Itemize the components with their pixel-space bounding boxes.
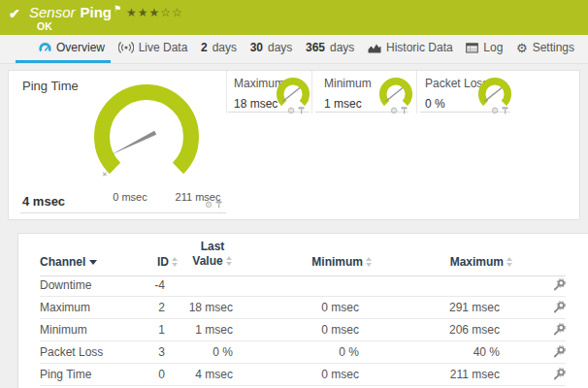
- stars-empty-icon[interactable]: ☆☆: [160, 6, 183, 19]
- channel-id: 3: [147, 345, 179, 359]
- gauge-scale-min: 0 msec: [106, 191, 154, 203]
- maximum-value: 291 msec: [373, 301, 513, 314]
- channel-name: Minimum: [40, 323, 147, 337]
- pin-icon[interactable]: [400, 106, 408, 115]
- channel-settings-icon[interactable]: [552, 278, 566, 292]
- pin-icon[interactable]: [214, 200, 223, 210]
- status-badge: OK: [37, 20, 52, 32]
- minimum-value: 0 %: [246, 345, 373, 359]
- channel-name: Maximum: [40, 301, 147, 314]
- channel-settings-icon[interactable]: [552, 301, 566, 314]
- table-row-packet-loss[interactable]: Packet Loss 3 0 % 0 % 40 %: [40, 341, 566, 364]
- divider: [226, 71, 227, 113]
- channel-settings-icon[interactable]: [552, 323, 566, 337]
- channel-settings-icon[interactable]: [552, 345, 566, 359]
- tab-label-number: 2: [201, 41, 208, 54]
- sort-icon: [226, 256, 233, 266]
- gear-icon[interactable]: ⚙: [205, 201, 212, 210]
- table-row-minimum[interactable]: Minimum 1 1 msec 0 msec 206 msec: [40, 319, 566, 341]
- divider: [416, 71, 417, 113]
- tab-label-number: 30: [250, 41, 263, 54]
- sensor-header: ✔ SensorPing⚑ ★★★☆☆ OK: [0, 0, 588, 35]
- tab-30-days[interactable]: 30 days: [245, 35, 299, 63]
- tab-365-days[interactable]: 365 days: [300, 35, 360, 63]
- gauge-actions: ⚙: [491, 106, 509, 115]
- gauge-needle: [111, 131, 157, 155]
- tab-label-number: 365: [306, 41, 325, 54]
- last-value: 4 msec: [179, 368, 246, 381]
- table-header-row: Channel ID LastValue Minimum Maximum: [40, 240, 566, 276]
- table-row-downtime[interactable]: Downtime -4: [40, 275, 566, 297]
- area-chart-icon: [368, 43, 381, 53]
- prtg-sensor-page: ✔ SensorPing⚑ ★★★☆☆ OK Overview Live Dat…: [0, 0, 588, 388]
- channel-id: 2: [147, 301, 179, 314]
- table-row-ping-time[interactable]: Ping Time 0 4 msec 0 msec 211 msec: [40, 364, 566, 386]
- channel-id: 0: [147, 368, 179, 381]
- last-value: 18 msec: [179, 301, 246, 314]
- col-header-minimum[interactable]: Minimum: [246, 255, 373, 269]
- mini-gauge-title: Minimum: [324, 77, 372, 90]
- tab-overview[interactable]: Overview: [16, 35, 111, 63]
- gear-icon[interactable]: ⚙: [390, 107, 398, 115]
- col-header-last-value[interactable]: LastValue: [179, 240, 246, 269]
- gauge-icon: [39, 42, 51, 53]
- last-value: 1 msec: [179, 323, 246, 337]
- tab-live-data[interactable]: Live Data: [113, 35, 194, 63]
- priority-flag-icon[interactable]: ⚑: [114, 4, 121, 14]
- tab-label: days: [212, 41, 237, 54]
- tab-label: days: [330, 41, 354, 54]
- tab-label: Log: [483, 41, 503, 54]
- live-data-icon: [118, 41, 134, 54]
- gear-icon: ⚙: [516, 42, 528, 54]
- mini-gauge-value: 0 %: [425, 97, 445, 111]
- gear-icon[interactable]: ⚙: [287, 107, 295, 115]
- gear-icon[interactable]: ⚙: [491, 107, 499, 115]
- tab-label: Overview: [56, 41, 105, 54]
- pin-icon[interactable]: [501, 106, 509, 115]
- col-header-id[interactable]: ID: [147, 255, 179, 269]
- tab-2-days[interactable]: 2 days: [195, 35, 243, 63]
- gauge-panel-title: Ping Time: [22, 79, 79, 93]
- gauge-actions: ⚙: [390, 106, 408, 115]
- current-value: 4 msec: [22, 194, 65, 209]
- sort-icon: [366, 257, 373, 267]
- channel-name: Ping Time: [40, 368, 147, 381]
- channel-name: Downtime: [40, 278, 147, 292]
- pin-icon[interactable]: [297, 106, 306, 115]
- col-header-maximum[interactable]: Maximum: [373, 255, 513, 269]
- channel-settings-icon[interactable]: [552, 368, 566, 381]
- channel-id: -4: [147, 278, 179, 292]
- sensor-name: Ping: [81, 4, 113, 20]
- sort-icon: [506, 257, 513, 267]
- sort-desc-icon: [89, 260, 97, 265]
- gauge-needle: [283, 88, 301, 102]
- ping-time-gauge-panel: Ping Time ✕ 0 msec 211 msec 4 msec ⚙ Max…: [8, 70, 580, 220]
- tab-historic-data[interactable]: Historic Data: [362, 35, 459, 63]
- minimum-value: 0 msec: [246, 368, 373, 381]
- tab-label: Historic Data: [386, 41, 453, 54]
- channel-id: 1: [147, 323, 179, 337]
- gauge-needle: [485, 88, 503, 102]
- maximum-value: 211 msec: [373, 368, 513, 381]
- divider: [311, 71, 312, 113]
- maximum-value: 206 msec: [373, 323, 513, 337]
- tab-settings[interactable]: ⚙ Settings: [510, 35, 580, 63]
- tab-log[interactable]: Log: [460, 35, 508, 63]
- channel-table-panel: Channel ID LastValue Minimum Maximum Dow…: [17, 233, 588, 388]
- channel-name: Packet Loss: [40, 345, 147, 359]
- gauge-actions: ⚙: [287, 106, 306, 115]
- mini-gauge-value: 18 msec: [234, 97, 278, 111]
- tab-label: days: [268, 41, 292, 54]
- status-check-icon: ✔: [9, 6, 20, 21]
- col-header-channel[interactable]: Channel: [40, 255, 147, 269]
- mini-gauge-value: 1 msec: [324, 97, 362, 111]
- table-row-maximum[interactable]: Maximum 2 18 msec 0 msec 291 msec: [40, 297, 566, 319]
- stars-filled-icon[interactable]: ★★★: [126, 6, 160, 19]
- priority-stars[interactable]: ★★★☆☆: [126, 6, 183, 19]
- log-table-icon: [466, 43, 478, 53]
- page-title: SensorPing⚑: [29, 4, 121, 20]
- table-body: Downtime -4 Maximum 2 18 msec 0 msec 291…: [40, 275, 566, 386]
- minimum-value: 0 msec: [246, 301, 373, 314]
- gauge-actions: ⚙: [205, 200, 223, 210]
- gauge-needle: [386, 88, 404, 102]
